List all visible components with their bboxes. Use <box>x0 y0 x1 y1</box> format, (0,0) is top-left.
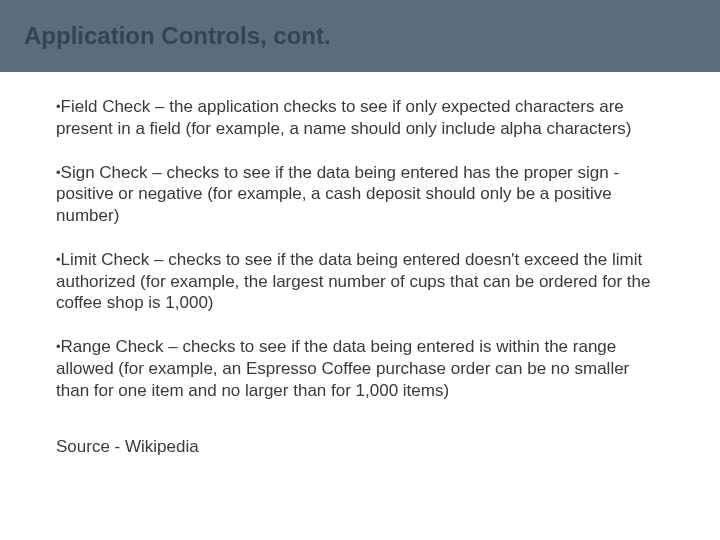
bullet-item: •Sign Check – checks to see if the data … <box>56 162 664 227</box>
bullet-item: •Range Check – checks to see if the data… <box>56 336 664 401</box>
bullet-item: •Limit Check – checks to see if the data… <box>56 249 664 314</box>
slide-header: Application Controls, cont. <box>0 0 720 72</box>
bullet-item: •Field Check – the application checks to… <box>56 96 664 140</box>
bullet-text: Range Check – checks to see if the data … <box>56 337 629 400</box>
bullet-text: Limit Check – checks to see if the data … <box>56 250 650 313</box>
source-text: Source - Wikipedia <box>56 437 664 457</box>
bullet-text: Field Check – the application checks to … <box>56 97 632 138</box>
slide-content: •Field Check – the application checks to… <box>0 72 720 457</box>
slide-title: Application Controls, cont. <box>24 22 331 50</box>
bullet-text: Sign Check – checks to see if the data b… <box>56 163 619 226</box>
